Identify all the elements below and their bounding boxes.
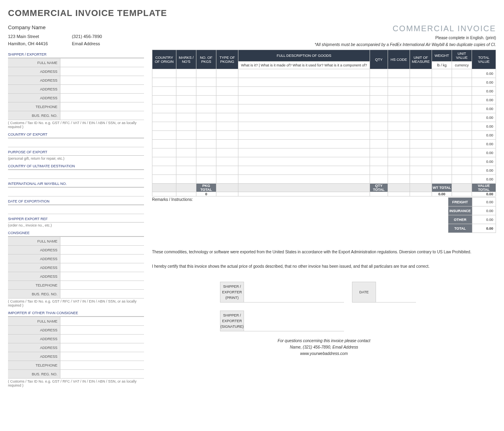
goods-cell[interactable] <box>238 157 370 166</box>
goods-cell[interactable] <box>452 113 472 122</box>
goods-cell[interactable] <box>216 113 238 122</box>
goods-cell[interactable] <box>410 87 432 96</box>
goods-cell[interactable] <box>370 69 388 78</box>
field-input[interactable] <box>60 111 144 120</box>
goods-cell[interactable] <box>176 122 196 131</box>
goods-cell[interactable] <box>452 78 472 87</box>
goods-cell[interactable] <box>176 87 196 96</box>
country-export-input[interactable] <box>8 138 144 147</box>
goods-cell[interactable] <box>152 131 176 140</box>
goods-cell[interactable] <box>238 166 370 175</box>
goods-cell[interactable] <box>216 131 238 140</box>
goods-cell[interactable] <box>432 157 452 166</box>
goods-cell[interactable] <box>432 96 452 104</box>
field-input[interactable] <box>60 102 144 111</box>
goods-cell[interactable] <box>370 166 388 175</box>
goods-cell[interactable] <box>196 166 216 175</box>
goods-cell[interactable] <box>238 113 370 122</box>
goods-cell[interactable] <box>388 113 410 122</box>
goods-cell[interactable] <box>370 122 388 131</box>
goods-cell[interactable] <box>196 69 216 78</box>
goods-cell[interactable] <box>452 175 472 184</box>
goods-cell[interactable] <box>410 104 432 113</box>
waybill-input[interactable] <box>8 188 144 196</box>
goods-cell[interactable] <box>238 140 370 148</box>
goods-cell[interactable] <box>216 96 238 104</box>
goods-cell[interactable] <box>238 175 370 184</box>
goods-cell[interactable] <box>238 69 370 78</box>
goods-cell[interactable] <box>238 104 370 113</box>
goods-cell[interactable] <box>410 69 432 78</box>
goods-cell[interactable] <box>388 157 410 166</box>
goods-cell[interactable] <box>216 78 238 87</box>
goods-cell[interactable] <box>370 96 388 104</box>
goods-cell[interactable] <box>152 175 176 184</box>
goods-cell[interactable] <box>452 131 472 140</box>
goods-cell[interactable] <box>196 148 216 157</box>
goods-cell[interactable] <box>410 175 432 184</box>
field-input[interactable] <box>60 272 144 281</box>
field-input[interactable] <box>60 326 144 335</box>
goods-cell[interactable] <box>152 87 176 96</box>
goods-cell[interactable] <box>238 96 370 104</box>
goods-cell[interactable] <box>370 148 388 157</box>
goods-cell[interactable] <box>216 175 238 184</box>
field-input[interactable] <box>60 317 144 326</box>
date-line[interactable] <box>376 282 416 303</box>
goods-cell[interactable] <box>196 78 216 87</box>
goods-cell[interactable] <box>238 131 370 140</box>
field-input[interactable] <box>60 281 144 290</box>
goods-cell[interactable] <box>432 175 452 184</box>
goods-cell[interactable] <box>216 69 238 78</box>
goods-cell[interactable] <box>410 78 432 87</box>
goods-cell[interactable] <box>216 166 238 175</box>
goods-cell[interactable] <box>196 96 216 104</box>
field-input[interactable] <box>60 335 144 343</box>
goods-cell[interactable] <box>388 175 410 184</box>
goods-cell[interactable] <box>388 78 410 87</box>
goods-cell[interactable] <box>196 87 216 96</box>
field-input[interactable] <box>60 263 144 272</box>
goods-cell[interactable] <box>196 113 216 122</box>
goods-cell[interactable] <box>176 140 196 148</box>
field-input[interactable] <box>60 246 144 255</box>
goods-cell[interactable] <box>388 140 410 148</box>
goods-cell[interactable] <box>196 175 216 184</box>
field-input[interactable] <box>60 290 144 299</box>
date-export-input[interactable] <box>8 205 144 214</box>
goods-cell[interactable] <box>452 69 472 78</box>
goods-cell[interactable] <box>432 131 452 140</box>
goods-cell[interactable] <box>176 96 196 104</box>
goods-cell[interactable] <box>410 148 432 157</box>
goods-cell[interactable] <box>432 122 452 131</box>
goods-cell[interactable] <box>176 78 196 87</box>
goods-cell[interactable] <box>176 131 196 140</box>
goods-cell[interactable] <box>176 175 196 184</box>
goods-cell[interactable] <box>196 131 216 140</box>
field-input[interactable] <box>60 67 144 76</box>
goods-cell[interactable] <box>216 122 238 131</box>
goods-cell[interactable] <box>388 96 410 104</box>
goods-cell[interactable] <box>176 113 196 122</box>
goods-cell[interactable] <box>370 78 388 87</box>
goods-cell[interactable] <box>152 96 176 104</box>
field-input[interactable] <box>60 370 144 379</box>
goods-cell[interactable] <box>196 122 216 131</box>
goods-cell[interactable] <box>388 104 410 113</box>
goods-cell[interactable] <box>216 87 238 96</box>
goods-cell[interactable] <box>216 148 238 157</box>
goods-cell[interactable] <box>432 87 452 96</box>
goods-cell[interactable] <box>388 87 410 96</box>
field-input[interactable] <box>60 343 144 352</box>
goods-cell[interactable] <box>452 87 472 96</box>
goods-cell[interactable] <box>370 87 388 96</box>
goods-cell[interactable] <box>370 175 388 184</box>
goods-cell[interactable] <box>176 157 196 166</box>
goods-cell[interactable] <box>452 140 472 148</box>
field-input[interactable] <box>60 85 144 94</box>
goods-cell[interactable] <box>388 122 410 131</box>
field-input[interactable] <box>60 352 144 361</box>
field-input[interactable] <box>60 237 144 246</box>
goods-cell[interactable] <box>370 140 388 148</box>
goods-cell[interactable] <box>432 148 452 157</box>
